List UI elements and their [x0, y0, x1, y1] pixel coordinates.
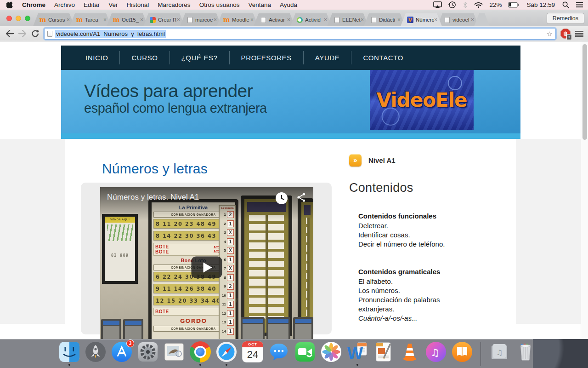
- tab-close-icon[interactable]: [67, 17, 70, 23]
- tab-elenet[interactable]: ELENet: [327, 13, 368, 26]
- nav-link[interactable]: ¿QUÉ ES?: [170, 51, 230, 64]
- dock-trash[interactable]: [515, 341, 536, 362]
- content-line: El alfabeto.: [358, 277, 457, 286]
- dock-calendar[interactable]: OCT24: [242, 341, 263, 362]
- dock-safari[interactable]: [216, 341, 237, 362]
- dock-ibooks[interactable]: [452, 341, 473, 362]
- tab-close-icon[interactable]: [250, 17, 254, 23]
- content-line: Identificar cosas.: [358, 230, 457, 240]
- dock-finder[interactable]: [59, 341, 80, 362]
- tab-close-icon[interactable]: [214, 17, 217, 23]
- running-indicator: [226, 364, 227, 366]
- tab-close-icon[interactable]: [397, 17, 401, 23]
- time-machine-icon[interactable]: [448, 1, 456, 9]
- tab-close-icon[interactable]: [434, 17, 437, 23]
- nav-link[interactable]: INICIO: [74, 51, 120, 64]
- nav-link[interactable]: PROFESORES: [230, 51, 304, 64]
- back-button[interactable]: [6, 30, 14, 37]
- zoom-window-button[interactable]: [25, 16, 30, 21]
- scrollbar-thumb[interactable]: [582, 44, 587, 140]
- airplay-display-icon[interactable]: [433, 1, 442, 8]
- menu-archivo[interactable]: Archivo: [54, 1, 75, 8]
- moodle-favicon: [40, 17, 46, 23]
- dock-photos[interactable]: [321, 341, 342, 362]
- dock-launchpad[interactable]: [85, 341, 106, 362]
- url-text-selected[interactable]: videoele.com/A1_Numeros_y_letras.html: [55, 30, 166, 38]
- dock-music-folder[interactable]: ♫: [489, 341, 510, 362]
- menu-ayuda[interactable]: Ayuda: [280, 1, 297, 8]
- share-icon[interactable]: [296, 192, 307, 205]
- reload-button[interactable]: [31, 29, 40, 38]
- dock-app-store[interactable]: 3: [111, 341, 132, 362]
- menu-marcadores[interactable]: Marcadores: [158, 1, 190, 8]
- tab-close-icon[interactable]: [471, 17, 474, 23]
- dock-chrome[interactable]: [190, 341, 211, 362]
- notification-center-icon[interactable]: [576, 2, 583, 8]
- dock-pages[interactable]: [373, 341, 394, 362]
- chrome-menu-icon[interactable]: [575, 31, 583, 37]
- tab-activar[interactable]: Activar: [254, 13, 295, 26]
- dock-itunes[interactable]: ♫: [425, 341, 447, 362]
- nav-link[interactable]: CURSO: [120, 51, 170, 64]
- play-button[interactable]: [192, 257, 222, 278]
- menubar-clock[interactable]: Sáb 12:59: [526, 1, 555, 8]
- menu-editar[interactable]: Editar: [84, 1, 100, 8]
- bookmark-star-icon[interactable]: [547, 30, 553, 37]
- profile-button[interactable]: Remedios: [547, 13, 584, 24]
- tab-close-icon[interactable]: [177, 17, 180, 23]
- tab-oct15[interactable]: Oct15_: [107, 13, 148, 26]
- dock-vlc[interactable]: [399, 341, 420, 362]
- tab-marcoe[interactable]: marcoe: [180, 13, 221, 26]
- calendar-month: OCT: [242, 341, 263, 347]
- tab-numero-active[interactable]: Número: [401, 13, 442, 26]
- content-card: Números y letras VENDA AQUI 82 989 La: [65, 139, 516, 324]
- tab-close-icon[interactable]: [140, 17, 143, 23]
- dock-word[interactable]: W: [347, 341, 368, 362]
- youtube-player[interactable]: VENDA AQUI 82 989 La Primitiva COMBINACI…: [100, 187, 313, 339]
- tab-crear[interactable]: Crear R: [143, 13, 185, 26]
- minimize-window-button[interactable]: [16, 16, 21, 21]
- dock-facetime[interactable]: [294, 341, 316, 362]
- tab-activid[interactable]: Activid: [290, 13, 332, 26]
- menu-ver[interactable]: Ver: [108, 1, 118, 8]
- wifi-icon[interactable]: [474, 2, 483, 8]
- menu-historial[interactable]: Historial: [127, 1, 149, 8]
- close-window-button[interactable]: [6, 16, 12, 21]
- forward-button[interactable]: [18, 30, 27, 37]
- page-scrollbar[interactable]: [581, 41, 588, 339]
- tab-close-icon[interactable]: [361, 17, 364, 23]
- adblock-extension-icon[interactable]: 3: [560, 29, 571, 39]
- nav-link[interactable]: AYUDE: [304, 51, 352, 64]
- level-label[interactable]: Nivel A1: [368, 156, 396, 164]
- appstore-badge: 3: [126, 339, 134, 347]
- level-chevron-icon[interactable]: [349, 154, 362, 167]
- watch-later-icon[interactable]: [276, 192, 288, 204]
- menu-otros-usuarios[interactable]: Otros usuarios: [199, 1, 240, 8]
- dock-system-preferences[interactable]: [137, 341, 158, 362]
- content-line: Pronunciación de palabras extranjeras.: [358, 295, 457, 314]
- nav-link[interactable]: CONTACTO: [351, 51, 415, 64]
- tab-moodle[interactable]: Moodle: [217, 13, 258, 26]
- document-favicon: [334, 17, 339, 23]
- video-title[interactable]: Números y letras. Nivel A1: [107, 193, 199, 202]
- apple-menu-icon[interactable]: [6, 1, 13, 9]
- tab-close-icon[interactable]: [103, 17, 107, 23]
- tab-tarea[interactable]: Tarea: [70, 13, 111, 26]
- address-bar[interactable]: videoele.com/A1_Numeros_y_letras.html: [44, 28, 556, 40]
- spotlight-search-icon[interactable]: [562, 1, 569, 8]
- tab-cursos[interactable]: Cursos: [33, 13, 74, 26]
- dock-messages[interactable]: [268, 341, 289, 362]
- menu-ventana[interactable]: Ventana: [248, 1, 271, 8]
- dock-mail[interactable]: [164, 341, 185, 362]
- moodle-favicon: [223, 17, 230, 23]
- page-favicon: [47, 31, 52, 37]
- bluetooth-icon[interactable]: [463, 1, 468, 9]
- tab-close-icon[interactable]: [287, 17, 290, 23]
- tab-didacti[interactable]: Didácti: [364, 13, 405, 26]
- tab-videoel[interactable]: videoel: [437, 13, 479, 26]
- hero-subtitle: español como lengua extranjera: [84, 101, 267, 116]
- new-tab-button[interactable]: [474, 13, 490, 26]
- menubar-app-name[interactable]: Chrome: [22, 1, 45, 8]
- tab-close-icon[interactable]: [324, 17, 327, 23]
- dock-separator: [481, 342, 481, 366]
